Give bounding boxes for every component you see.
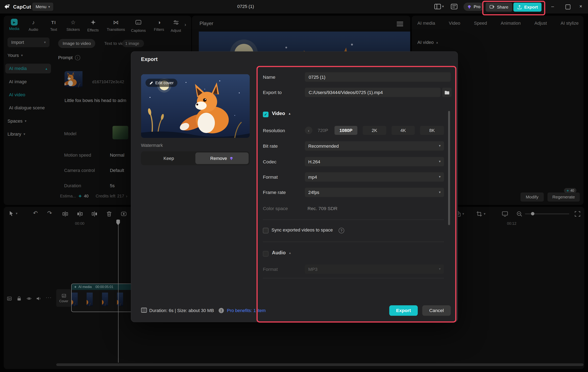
chevron-up-icon[interactable]: ▴ xyxy=(289,112,290,115)
sidebar-item-yours[interactable]: Yours ▾ xyxy=(8,53,23,58)
track-visibility-toggle[interactable] xyxy=(26,296,32,301)
export-confirm-button[interactable]: Export xyxy=(389,305,418,316)
divider xyxy=(263,220,444,220)
track-lock-toggle[interactable] xyxy=(17,296,22,301)
import-button[interactable]: Import ▾ xyxy=(8,38,50,47)
menu-button[interactable]: Menu ▾ xyxy=(32,3,53,11)
maximize-button[interactable] xyxy=(566,4,570,9)
fit-timeline-button[interactable] xyxy=(575,211,580,217)
sidebar-item-ai-image[interactable]: AI image xyxy=(9,79,27,84)
browse-folder-button[interactable] xyxy=(442,88,452,97)
bitrate-dropdown[interactable]: Recommended ▾ xyxy=(305,141,444,151)
tab-image-to-video[interactable]: Image to video xyxy=(58,39,95,48)
estimate-value: 40 xyxy=(84,194,89,198)
resolution-scroll-left-button[interactable]: ‹ xyxy=(305,127,312,134)
tab-speed[interactable]: Speed xyxy=(474,20,487,26)
tab-animation[interactable]: Animation xyxy=(501,20,521,26)
video-checkbox[interactable]: ✓ xyxy=(263,111,269,117)
tab-video[interactable]: Video xyxy=(449,20,460,26)
dialog-scrollbar[interactable] xyxy=(448,111,450,225)
sidebar-item-ai-video[interactable]: AI video xyxy=(9,92,25,98)
ribbon-scroll-right-button[interactable]: › xyxy=(185,22,186,28)
duration-value[interactable]: 5s xyxy=(110,183,115,189)
timeline-scrollbar[interactable] xyxy=(56,363,584,366)
resolution-2k-button[interactable]: 2K xyxy=(363,126,386,135)
sidebar-item-ai-media[interactable]: AI media ▴ xyxy=(5,64,51,73)
watermark-remove-button[interactable]: Remove xyxy=(195,152,249,164)
tab-ai-stylize[interactable]: AI stylize xyxy=(561,20,579,26)
ribbon-tab-media[interactable]: ▸ Media xyxy=(4,19,24,31)
player-menu-button[interactable] xyxy=(397,22,403,23)
eye-icon xyxy=(26,296,32,301)
redo-button[interactable]: ↷ xyxy=(47,210,52,216)
undo-button[interactable]: ↶ xyxy=(33,210,38,216)
resolution-8k-button[interactable]: 8K xyxy=(420,126,444,135)
prompt-thumbnail[interactable] xyxy=(64,71,89,92)
image-count-pill[interactable]: 1 image xyxy=(122,40,144,47)
tab-ai-media[interactable]: AI media xyxy=(417,20,435,26)
notes-button[interactable] xyxy=(451,4,458,9)
split-button[interactable] xyxy=(62,211,68,217)
close-button[interactable]: × xyxy=(579,3,582,9)
resolution-720p-button[interactable]: 720P xyxy=(315,126,331,135)
watermark-keep-button[interactable]: Keep xyxy=(142,152,195,164)
credits-more-chevron[interactable]: › xyxy=(126,194,127,198)
delete-button[interactable] xyxy=(106,211,112,217)
chevron-up-icon[interactable]: ▴ xyxy=(289,251,291,255)
codec-dropdown[interactable]: H.264 ▾ xyxy=(305,157,444,166)
preview-axis-button[interactable] xyxy=(502,211,508,217)
export-path-input[interactable] xyxy=(305,88,441,97)
trim-left-button[interactable] xyxy=(77,211,83,217)
mask-button[interactable] xyxy=(121,211,126,217)
track-more-button[interactable]: ··· xyxy=(46,294,52,300)
name-input[interactable] xyxy=(305,72,451,81)
audio-format-dropdown[interactable]: MP3 ▾ xyxy=(305,264,444,274)
sidebar-item-ai-dialogue-scene[interactable]: AI dialogue scene xyxy=(9,105,45,111)
edit-cover-button[interactable]: Edit cover xyxy=(146,79,178,87)
timeline-scrollbar-thumb[interactable] xyxy=(56,363,584,366)
ribbon-tab-filters[interactable]: ◑ Filters xyxy=(149,19,169,31)
zoom-slider-knob[interactable] xyxy=(531,212,535,216)
help-icon[interactable]: ? xyxy=(339,228,345,233)
model-thumbnail[interactable] xyxy=(113,126,128,139)
tab-adjust[interactable]: Adjust xyxy=(534,20,547,26)
cancel-button[interactable]: Cancel xyxy=(422,305,451,316)
trim-right-icon xyxy=(92,211,97,217)
regenerate-button[interactable]: Regenerate xyxy=(547,192,580,201)
ai-video-section-header[interactable]: AI video ▴ xyxy=(417,40,438,45)
track-cover-toggle[interactable] xyxy=(7,296,12,301)
ribbon-tab-adjust[interactable]: Adjust xyxy=(169,19,183,33)
crop-tool-button[interactable]: ▾ xyxy=(476,211,485,217)
share-button[interactable]: Share xyxy=(486,3,512,12)
sidebar-item-spaces[interactable]: Spaces ▾ xyxy=(8,118,27,124)
ribbon-tab-text[interactable]: TI Text xyxy=(44,19,63,31)
minimize-button[interactable]: – xyxy=(551,3,554,9)
cover-button[interactable]: Cover xyxy=(56,289,71,307)
layout-toggle-button[interactable]: ▾ xyxy=(434,4,444,9)
camera-control-value[interactable]: Default xyxy=(110,168,124,173)
trim-left-icon xyxy=(77,211,83,217)
sidebar-item-library[interactable]: Library ▾ xyxy=(8,131,25,137)
motion-speed-value[interactable]: Normal xyxy=(110,152,124,158)
export-button-topbar[interactable]: Export xyxy=(513,3,542,12)
ribbon-tab-effects[interactable]: Effects xyxy=(83,19,103,32)
zoom-out-button[interactable] xyxy=(516,211,522,217)
sync-checkbox[interactable] xyxy=(263,228,269,233)
resolution-4k-button[interactable]: 4K xyxy=(392,126,415,135)
timeline-clip-ai-media[interactable]: AI media 00:00:05:01 xyxy=(71,283,132,312)
select-tool-button[interactable]: ▾ xyxy=(8,211,17,216)
ribbon-tab-captions[interactable]: Captions xyxy=(129,19,148,33)
format-dropdown[interactable]: mp4 ▾ xyxy=(305,172,444,182)
chevron-down-icon: ▾ xyxy=(439,191,441,194)
resolution-1080p-button[interactable]: 1080P xyxy=(335,126,357,135)
ribbon-tab-transitions[interactable]: ⋈ Transitions xyxy=(104,19,128,31)
pro-benefits-link[interactable]: Pro benefits: 1 item xyxy=(227,305,266,316)
modify-button[interactable]: Modify xyxy=(520,192,544,201)
track-mute-toggle[interactable] xyxy=(36,296,41,301)
audio-checkbox[interactable] xyxy=(263,251,269,257)
ribbon-tab-stickers[interactable]: ☆ Stickers xyxy=(63,19,83,31)
trim-right-button[interactable] xyxy=(92,211,97,217)
ribbon-tab-audio[interactable]: ♪ Audio xyxy=(24,19,43,31)
pro-badge[interactable]: Pro xyxy=(463,3,484,11)
framerate-dropdown[interactable]: 24fps ▾ xyxy=(305,188,444,197)
